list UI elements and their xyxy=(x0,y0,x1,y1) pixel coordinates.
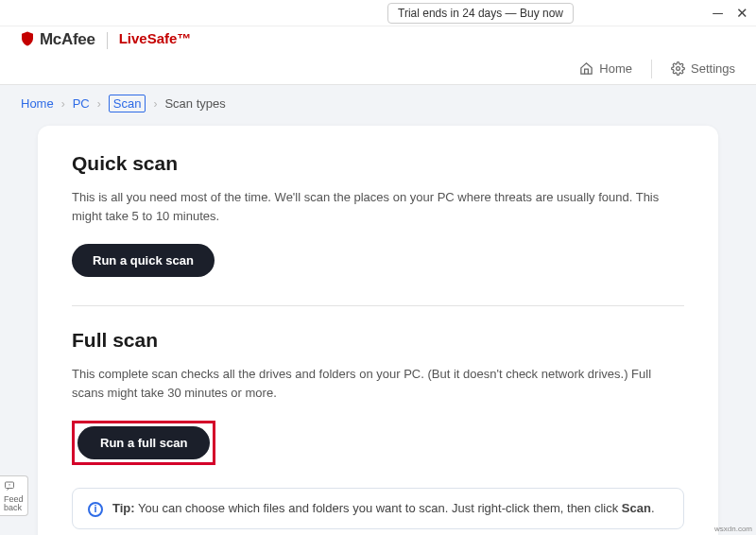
nav-home[interactable]: Home xyxy=(579,61,632,76)
tip-scan-word: Scan xyxy=(622,501,651,515)
highlight-box: Run a full scan xyxy=(72,421,215,465)
tip-body: You can choose which files and folders y… xyxy=(138,501,622,515)
brand-separator xyxy=(107,32,108,49)
trial-badge[interactable]: Trial ends in 24 days — Buy now xyxy=(387,3,574,24)
chevron-right-icon: › xyxy=(61,97,65,111)
tip-period: . xyxy=(651,501,655,515)
full-scan-description: This complete scan checks all the drives… xyxy=(72,365,684,402)
home-icon xyxy=(579,61,593,76)
tip-label: Tip: xyxy=(112,501,135,515)
svg-point-0 xyxy=(677,67,680,71)
run-full-scan-button[interactable]: Run a full scan xyxy=(77,426,210,459)
feedback-icon xyxy=(4,480,24,493)
minimize-button[interactable]: ─ xyxy=(713,5,723,21)
quick-scan-title: Quick scan xyxy=(72,152,684,175)
nav-settings-label: Settings xyxy=(691,61,735,76)
section-divider xyxy=(72,305,684,306)
nav-separator xyxy=(651,60,652,78)
watermark: wsxdn.com xyxy=(714,525,752,533)
breadcrumb: Home › PC › Scan › Scan types xyxy=(0,85,756,126)
full-scan-section: Full scan This complete scan checks all … xyxy=(72,329,684,488)
info-icon: i xyxy=(88,502,103,517)
tip-text: Tip: You can choose which files and fold… xyxy=(112,500,655,517)
feedback-tab[interactable]: Feed back xyxy=(0,475,28,516)
tip-callout: i Tip: You can choose which files and fo… xyxy=(72,488,684,529)
mcafee-shield-icon xyxy=(19,30,36,52)
window-titlebar: Trial ends in 24 days — Buy now ─ ✕ xyxy=(0,0,756,26)
product-name: LiveSafe™ xyxy=(119,30,192,46)
top-nav: Home Settings xyxy=(0,57,756,85)
nav-home-label: Home xyxy=(599,61,632,76)
feedback-label: Feed back xyxy=(4,495,24,512)
chevron-right-icon: › xyxy=(97,97,101,111)
crumb-pc[interactable]: PC xyxy=(73,96,90,111)
gear-icon xyxy=(671,61,685,76)
crumb-scan[interactable]: Scan xyxy=(109,95,146,112)
crumb-home[interactable]: Home xyxy=(21,96,54,111)
brand-bar: McAfee LiveSafe™ xyxy=(0,26,756,57)
quick-scan-section: Quick scan This is all you need most of … xyxy=(72,152,684,277)
scan-types-panel: Quick scan This is all you need most of … xyxy=(38,126,718,535)
run-quick-scan-button[interactable]: Run a quick scan xyxy=(72,244,215,277)
brand-name: McAfee xyxy=(40,30,95,49)
quick-scan-description: This is all you need most of the time. W… xyxy=(72,188,684,225)
nav-settings[interactable]: Settings xyxy=(671,61,735,76)
crumb-scan-types: Scan types xyxy=(164,96,225,111)
chevron-right-icon: › xyxy=(153,97,157,111)
full-scan-title: Full scan xyxy=(72,329,684,352)
close-button[interactable]: ✕ xyxy=(736,5,748,22)
